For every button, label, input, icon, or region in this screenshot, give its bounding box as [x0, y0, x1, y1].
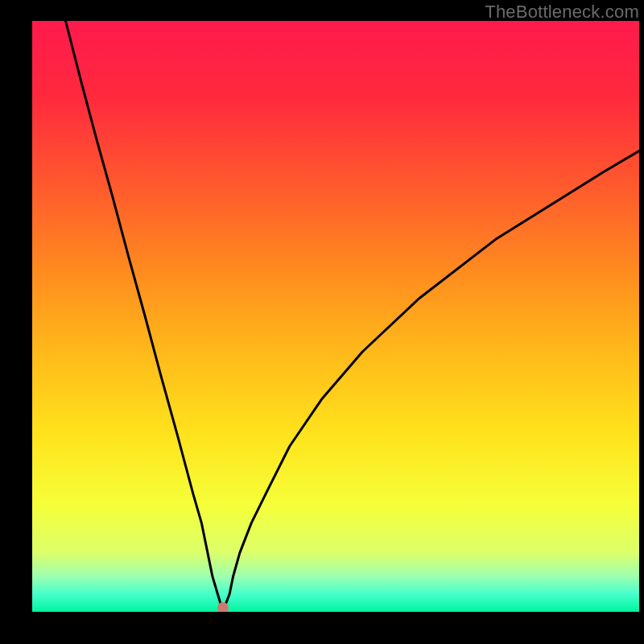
plot-area — [32, 21, 639, 612]
minimum-point-marker — [217, 602, 229, 612]
bottleneck-curve — [32, 21, 639, 612]
curve-right-branch — [224, 151, 639, 609]
curve-left-branch — [66, 21, 225, 607]
watermark-text: TheBottleneck.com — [485, 2, 639, 23]
chart-frame: TheBottleneck.com — [0, 0, 644, 644]
